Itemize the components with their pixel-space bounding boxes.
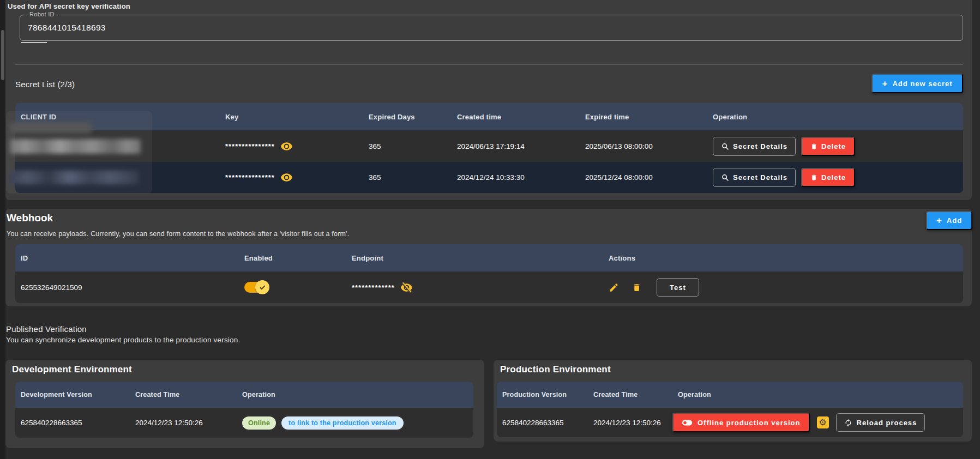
expired-time: 2025/06/13 08:00:00 — [580, 142, 707, 150]
col-expired-days: Expired Days — [363, 113, 452, 121]
expired-days: 365 — [363, 173, 452, 182]
add-webhook-label: Add — [947, 216, 962, 225]
secret-row: *************** 365 2024/12/24 10:33:30 … — [15, 162, 963, 193]
development-environment-title: Development Environment — [12, 364, 132, 375]
webhook-id: 625532649021509 — [15, 283, 239, 292]
production-table-header: Production Version Created Time Operatio… — [497, 382, 963, 408]
col-operation: Operation — [672, 391, 963, 398]
col-actions: Actions — [603, 254, 963, 262]
search-icon — [721, 142, 729, 150]
enabled-toggle[interactable] — [244, 280, 269, 294]
production-environment-title: Production Environment — [500, 364, 611, 375]
published-verification-title: Published Verification — [6, 324, 87, 334]
masked-key: *************** — [225, 173, 275, 182]
link-to-production-button[interactable]: to link to the production version — [281, 416, 404, 430]
col-created-time: Created Time — [130, 391, 237, 398]
prod-created-time: 2024/12/23 12:50:26 — [588, 419, 672, 427]
col-endpoint: Endpoint — [346, 254, 603, 262]
col-enabled: Enabled — [239, 254, 346, 262]
reveal-key-eye-icon[interactable] — [280, 171, 293, 184]
col-client-id: CLIENT ID — [15, 113, 220, 121]
col-created-time: Created time — [452, 113, 580, 121]
offline-production-button[interactable]: Offline production version — [672, 413, 810, 432]
search-icon — [721, 173, 729, 182]
delete-webhook-trash-icon[interactable] — [632, 282, 641, 293]
edit-webhook-pencil-icon[interactable] — [609, 282, 619, 293]
add-webhook-button[interactable]: + Add — [926, 211, 972, 230]
published-verification-description: You can synchronize development products… — [6, 336, 240, 344]
col-dev-version: Development Version — [15, 391, 130, 398]
robot-id-field: Robot ID — [20, 15, 963, 41]
toggle-off-icon — [682, 419, 693, 426]
masked-key: *************** — [225, 142, 275, 150]
expired-time: 2025/12/24 08:00:00 — [580, 173, 707, 182]
dev-created-time: 2024/12/23 12:50:26 — [130, 419, 237, 427]
online-status-badge: Online — [242, 416, 276, 430]
reload-process-button[interactable]: Reload process — [836, 413, 925, 432]
add-new-secret-label: Add new secret — [892, 80, 952, 88]
secret-row: *************** 365 2024/06/13 17:19:14 … — [15, 130, 963, 162]
secret-list-title: Secret List (2/3) — [15, 80, 75, 89]
development-environment-panel: Development Environment Development Vers… — [5, 360, 484, 448]
col-expired-time: Expired time — [580, 113, 707, 121]
col-created-time: Created Time — [588, 391, 672, 398]
section-divider — [15, 64, 963, 65]
reveal-key-eye-icon[interactable] — [280, 140, 293, 153]
reveal-endpoint-eye-off-icon[interactable] — [400, 281, 413, 294]
plus-icon: + — [882, 79, 888, 88]
check-icon — [258, 283, 266, 291]
col-key: Key — [220, 113, 363, 121]
add-new-secret-button[interactable]: + Add new secret — [871, 74, 963, 93]
webhook-table-header: ID Enabled Endpoint Actions — [15, 244, 963, 271]
col-id: ID — [15, 254, 239, 262]
secret-key-panel: Used for API secret key verification Rob… — [5, 0, 972, 200]
delete-secret-button[interactable]: Delete — [801, 168, 855, 187]
webhook-row: 625532649021509 ************* — [15, 271, 963, 303]
secret-details-button[interactable]: Secret Details — [713, 137, 796, 156]
secret-details-button[interactable]: Secret Details — [713, 168, 796, 187]
trash-icon — [810, 142, 817, 150]
production-environment-panel: Production Environment Production Versio… — [494, 360, 972, 442]
dev-version: 625840228663365 — [15, 419, 130, 427]
prod-version: 625840228663365 — [497, 419, 588, 427]
development-table-header: Development Version Created Time Operati… — [15, 382, 473, 408]
webhook-title: Webhook — [7, 212, 53, 224]
development-table: Development Version Created Time Operati… — [15, 382, 473, 438]
plus-icon: + — [936, 216, 942, 225]
col-operation: Operation — [237, 391, 473, 398]
col-operation: Operation — [707, 113, 963, 121]
scrollbar-thumb[interactable] — [1, 30, 4, 80]
robot-id-input[interactable] — [28, 15, 949, 40]
production-table: Production Version Created Time Operatio… — [497, 382, 963, 437]
reload-icon — [844, 419, 852, 427]
api-settings-page: Used for API secret key verification Rob… — [0, 0, 980, 459]
expired-days: 365 — [363, 142, 452, 150]
api-caption: Used for API secret key verification — [8, 2, 130, 10]
secret-table: CLIENT ID Key Expired Days Created time … — [15, 103, 963, 193]
development-row: 625840228663365 2024/12/23 12:50:26 Onli… — [15, 408, 473, 438]
trash-icon — [810, 173, 817, 182]
test-webhook-button[interactable]: Test — [657, 278, 699, 297]
secret-table-header: CLIENT ID Key Expired Days Created time … — [15, 103, 963, 130]
masked-endpoint: ************* — [352, 283, 395, 292]
field-underline — [21, 42, 47, 43]
created-time: 2024/12/24 10:33:30 — [452, 173, 580, 182]
production-row: 625840228663365 2024/12/23 12:50:26 Offl… — [497, 408, 963, 437]
webhook-description: You can receive payloads. Currently, you… — [7, 230, 349, 238]
delete-secret-button[interactable]: Delete — [801, 137, 855, 156]
settings-gear-icon[interactable]: ⚙ — [817, 416, 829, 428]
webhook-table: ID Enabled Endpoint Actions 625532649021… — [15, 244, 963, 303]
created-time: 2024/06/13 17:19:14 — [452, 142, 580, 150]
col-prod-version: Production Version — [497, 391, 588, 398]
webhook-panel: Webhook You can receive payloads. Curren… — [5, 209, 972, 306]
